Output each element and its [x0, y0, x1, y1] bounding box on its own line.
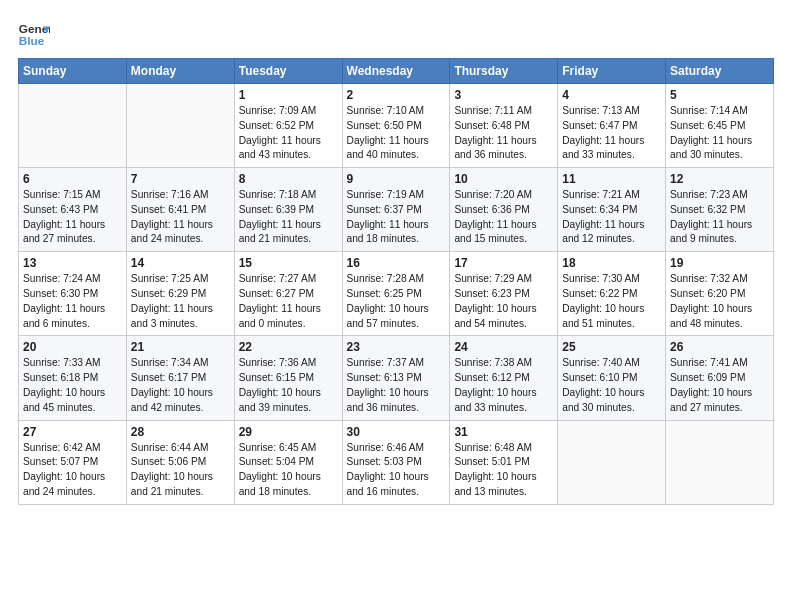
- calendar-cell: 22Sunrise: 7:36 AM Sunset: 6:15 PM Dayli…: [234, 336, 342, 420]
- day-number: 9: [347, 172, 446, 186]
- day-number: 17: [454, 256, 553, 270]
- calendar-cell: [666, 420, 774, 504]
- calendar-cell: 12Sunrise: 7:23 AM Sunset: 6:32 PM Dayli…: [666, 168, 774, 252]
- day-number: 11: [562, 172, 661, 186]
- day-info: Sunrise: 7:25 AM Sunset: 6:29 PM Dayligh…: [131, 272, 230, 331]
- calendar-cell: 15Sunrise: 7:27 AM Sunset: 6:27 PM Dayli…: [234, 252, 342, 336]
- calendar-cell: 3Sunrise: 7:11 AM Sunset: 6:48 PM Daylig…: [450, 84, 558, 168]
- day-number: 1: [239, 88, 338, 102]
- day-info: Sunrise: 7:10 AM Sunset: 6:50 PM Dayligh…: [347, 104, 446, 163]
- weekday-header-wednesday: Wednesday: [342, 59, 450, 84]
- day-info: Sunrise: 7:30 AM Sunset: 6:22 PM Dayligh…: [562, 272, 661, 331]
- day-number: 14: [131, 256, 230, 270]
- calendar-cell: 6Sunrise: 7:15 AM Sunset: 6:43 PM Daylig…: [19, 168, 127, 252]
- calendar-cell: 11Sunrise: 7:21 AM Sunset: 6:34 PM Dayli…: [558, 168, 666, 252]
- calendar-cell: [19, 84, 127, 168]
- day-info: Sunrise: 7:23 AM Sunset: 6:32 PM Dayligh…: [670, 188, 769, 247]
- day-info: Sunrise: 7:27 AM Sunset: 6:27 PM Dayligh…: [239, 272, 338, 331]
- day-info: Sunrise: 7:37 AM Sunset: 6:13 PM Dayligh…: [347, 356, 446, 415]
- weekday-header-sunday: Sunday: [19, 59, 127, 84]
- calendar-cell: 5Sunrise: 7:14 AM Sunset: 6:45 PM Daylig…: [666, 84, 774, 168]
- day-info: Sunrise: 7:40 AM Sunset: 6:10 PM Dayligh…: [562, 356, 661, 415]
- day-number: 10: [454, 172, 553, 186]
- day-number: 7: [131, 172, 230, 186]
- day-number: 21: [131, 340, 230, 354]
- weekday-header-tuesday: Tuesday: [234, 59, 342, 84]
- weekday-header-monday: Monday: [126, 59, 234, 84]
- calendar-cell: 2Sunrise: 7:10 AM Sunset: 6:50 PM Daylig…: [342, 84, 450, 168]
- day-number: 5: [670, 88, 769, 102]
- day-info: Sunrise: 7:18 AM Sunset: 6:39 PM Dayligh…: [239, 188, 338, 247]
- day-info: Sunrise: 7:11 AM Sunset: 6:48 PM Dayligh…: [454, 104, 553, 163]
- day-info: Sunrise: 7:14 AM Sunset: 6:45 PM Dayligh…: [670, 104, 769, 163]
- day-info: Sunrise: 7:36 AM Sunset: 6:15 PM Dayligh…: [239, 356, 338, 415]
- weekday-header-saturday: Saturday: [666, 59, 774, 84]
- calendar-cell: 27Sunrise: 6:42 AM Sunset: 5:07 PM Dayli…: [19, 420, 127, 504]
- day-info: Sunrise: 7:21 AM Sunset: 6:34 PM Dayligh…: [562, 188, 661, 247]
- day-info: Sunrise: 7:13 AM Sunset: 6:47 PM Dayligh…: [562, 104, 661, 163]
- day-info: Sunrise: 7:41 AM Sunset: 6:09 PM Dayligh…: [670, 356, 769, 415]
- calendar-cell: 28Sunrise: 6:44 AM Sunset: 5:06 PM Dayli…: [126, 420, 234, 504]
- calendar-cell: 18Sunrise: 7:30 AM Sunset: 6:22 PM Dayli…: [558, 252, 666, 336]
- day-number: 24: [454, 340, 553, 354]
- day-number: 2: [347, 88, 446, 102]
- calendar-cell: 16Sunrise: 7:28 AM Sunset: 6:25 PM Dayli…: [342, 252, 450, 336]
- day-number: 8: [239, 172, 338, 186]
- logo: General Blue: [18, 18, 52, 50]
- day-number: 18: [562, 256, 661, 270]
- day-info: Sunrise: 6:44 AM Sunset: 5:06 PM Dayligh…: [131, 441, 230, 500]
- calendar-cell: 29Sunrise: 6:45 AM Sunset: 5:04 PM Dayli…: [234, 420, 342, 504]
- calendar-cell: [558, 420, 666, 504]
- calendar-cell: 8Sunrise: 7:18 AM Sunset: 6:39 PM Daylig…: [234, 168, 342, 252]
- day-number: 23: [347, 340, 446, 354]
- calendar-cell: 7Sunrise: 7:16 AM Sunset: 6:41 PM Daylig…: [126, 168, 234, 252]
- day-info: Sunrise: 7:32 AM Sunset: 6:20 PM Dayligh…: [670, 272, 769, 331]
- day-info: Sunrise: 7:20 AM Sunset: 6:36 PM Dayligh…: [454, 188, 553, 247]
- day-info: Sunrise: 7:24 AM Sunset: 6:30 PM Dayligh…: [23, 272, 122, 331]
- day-info: Sunrise: 7:28 AM Sunset: 6:25 PM Dayligh…: [347, 272, 446, 331]
- day-info: Sunrise: 6:46 AM Sunset: 5:03 PM Dayligh…: [347, 441, 446, 500]
- day-number: 15: [239, 256, 338, 270]
- calendar-cell: 4Sunrise: 7:13 AM Sunset: 6:47 PM Daylig…: [558, 84, 666, 168]
- day-number: 20: [23, 340, 122, 354]
- day-number: 31: [454, 425, 553, 439]
- day-number: 29: [239, 425, 338, 439]
- calendar-cell: 1Sunrise: 7:09 AM Sunset: 6:52 PM Daylig…: [234, 84, 342, 168]
- day-number: 3: [454, 88, 553, 102]
- day-info: Sunrise: 7:29 AM Sunset: 6:23 PM Dayligh…: [454, 272, 553, 331]
- day-info: Sunrise: 6:45 AM Sunset: 5:04 PM Dayligh…: [239, 441, 338, 500]
- svg-text:Blue: Blue: [19, 34, 45, 47]
- day-info: Sunrise: 7:38 AM Sunset: 6:12 PM Dayligh…: [454, 356, 553, 415]
- day-info: Sunrise: 7:33 AM Sunset: 6:18 PM Dayligh…: [23, 356, 122, 415]
- calendar-cell: 13Sunrise: 7:24 AM Sunset: 6:30 PM Dayli…: [19, 252, 127, 336]
- calendar-cell: 9Sunrise: 7:19 AM Sunset: 6:37 PM Daylig…: [342, 168, 450, 252]
- weekday-header-friday: Friday: [558, 59, 666, 84]
- day-info: Sunrise: 6:48 AM Sunset: 5:01 PM Dayligh…: [454, 441, 553, 500]
- calendar-cell: 20Sunrise: 7:33 AM Sunset: 6:18 PM Dayli…: [19, 336, 127, 420]
- day-number: 30: [347, 425, 446, 439]
- weekday-header-thursday: Thursday: [450, 59, 558, 84]
- calendar-cell: 24Sunrise: 7:38 AM Sunset: 6:12 PM Dayli…: [450, 336, 558, 420]
- day-info: Sunrise: 6:42 AM Sunset: 5:07 PM Dayligh…: [23, 441, 122, 500]
- page: General Blue SundayMondayTuesdayWednesda…: [0, 0, 792, 612]
- calendar-cell: [126, 84, 234, 168]
- day-number: 22: [239, 340, 338, 354]
- day-info: Sunrise: 7:15 AM Sunset: 6:43 PM Dayligh…: [23, 188, 122, 247]
- day-number: 25: [562, 340, 661, 354]
- calendar-cell: 26Sunrise: 7:41 AM Sunset: 6:09 PM Dayli…: [666, 336, 774, 420]
- calendar-cell: 30Sunrise: 6:46 AM Sunset: 5:03 PM Dayli…: [342, 420, 450, 504]
- calendar-cell: 17Sunrise: 7:29 AM Sunset: 6:23 PM Dayli…: [450, 252, 558, 336]
- calendar-cell: 31Sunrise: 6:48 AM Sunset: 5:01 PM Dayli…: [450, 420, 558, 504]
- day-number: 28: [131, 425, 230, 439]
- calendar-cell: 23Sunrise: 7:37 AM Sunset: 6:13 PM Dayli…: [342, 336, 450, 420]
- day-number: 6: [23, 172, 122, 186]
- calendar-cell: 19Sunrise: 7:32 AM Sunset: 6:20 PM Dayli…: [666, 252, 774, 336]
- header: General Blue: [18, 18, 774, 50]
- calendar-cell: 14Sunrise: 7:25 AM Sunset: 6:29 PM Dayli…: [126, 252, 234, 336]
- calendar-cell: 21Sunrise: 7:34 AM Sunset: 6:17 PM Dayli…: [126, 336, 234, 420]
- calendar-cell: 25Sunrise: 7:40 AM Sunset: 6:10 PM Dayli…: [558, 336, 666, 420]
- day-info: Sunrise: 7:34 AM Sunset: 6:17 PM Dayligh…: [131, 356, 230, 415]
- day-info: Sunrise: 7:16 AM Sunset: 6:41 PM Dayligh…: [131, 188, 230, 247]
- calendar-cell: 10Sunrise: 7:20 AM Sunset: 6:36 PM Dayli…: [450, 168, 558, 252]
- day-info: Sunrise: 7:19 AM Sunset: 6:37 PM Dayligh…: [347, 188, 446, 247]
